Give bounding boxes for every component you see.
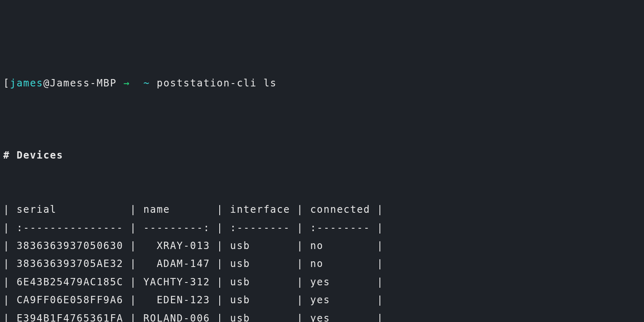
open-bracket: [	[3, 77, 10, 89]
blank-line	[3, 165, 641, 183]
table-row: | E394B1F4765361FA | ROLAND-006 | usb | …	[3, 313, 384, 322]
prompt-line-1: [james@Jamess-MBP → ~ poststation-cli ls	[3, 74, 641, 92]
prompt-arrow-icon: →	[124, 77, 130, 89]
command-text: poststation-cli ls	[157, 77, 277, 89]
table-row: | CA9FF06E058FF9A6 | EDEN-123 | usb | ye…	[3, 294, 384, 306]
table-header-row: | serial | name | interface | connected …	[3, 204, 384, 215]
table-separator-row: | :--------------- | ---------: | :-----…	[3, 222, 384, 234]
table-row: | 6E43B25479AC185C | YACHTY-312 | usb | …	[3, 276, 384, 288]
blank-line	[3, 110, 641, 128]
table-row: | 3836363937050630 | XRAY-013 | usb | no…	[3, 240, 384, 251]
prompt-host: @Jamess-MBP	[43, 77, 117, 89]
prompt-user: james	[10, 77, 43, 89]
prompt-cwd: ~	[143, 77, 150, 89]
output-heading: # Devices	[3, 150, 63, 161]
table-row: | 383636393705AE32 | ADAM-147 | usb | no…	[3, 258, 384, 269]
